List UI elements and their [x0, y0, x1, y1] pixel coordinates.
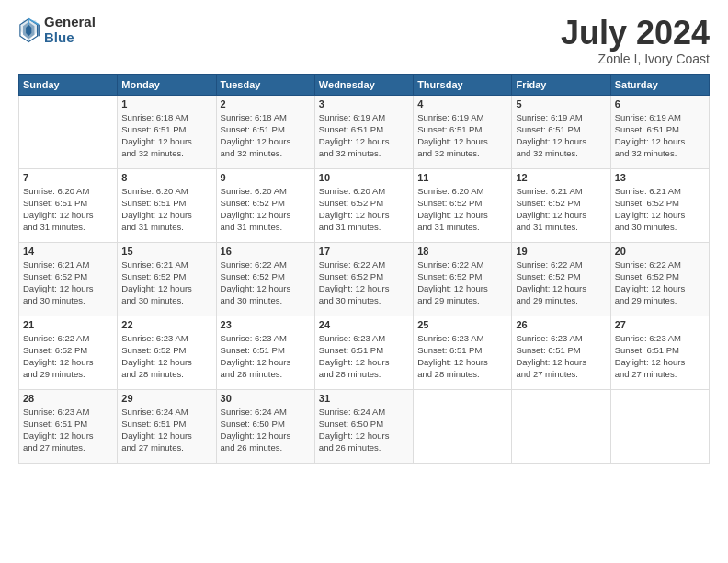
day-number: 26 [516, 319, 606, 330]
day-info: Sunrise: 6:19 AM Sunset: 6:51 PM Dayligh… [417, 111, 507, 160]
table-row: 2Sunrise: 6:18 AM Sunset: 6:51 PM Daylig… [216, 95, 314, 168]
day-number: 13 [615, 172, 705, 183]
table-row: 29Sunrise: 6:24 AM Sunset: 6:51 PM Dayli… [118, 389, 216, 463]
day-info: Sunrise: 6:23 AM Sunset: 6:51 PM Dayligh… [221, 332, 311, 381]
day-info: Sunrise: 6:22 AM Sunset: 6:52 PM Dayligh… [23, 332, 113, 381]
table-row: 10Sunrise: 6:20 AM Sunset: 6:52 PM Dayli… [314, 168, 413, 242]
table-row: 5Sunrise: 6:19 AM Sunset: 6:51 PM Daylig… [512, 95, 610, 168]
page: General Blue July 2024 Zonle I, Ivory Co… [0, 0, 728, 563]
table-row: 24Sunrise: 6:23 AM Sunset: 6:51 PM Dayli… [314, 316, 413, 389]
header: General Blue July 2024 Zonle I, Ivory Co… [18, 15, 710, 66]
day-info: Sunrise: 6:19 AM Sunset: 6:51 PM Dayligh… [615, 111, 705, 160]
logo-icon [18, 17, 40, 43]
day-info: Sunrise: 6:23 AM Sunset: 6:51 PM Dayligh… [417, 332, 507, 381]
day-info: Sunrise: 6:18 AM Sunset: 6:51 PM Dayligh… [121, 111, 211, 160]
day-number: 7 [23, 172, 113, 183]
table-row: 20Sunrise: 6:22 AM Sunset: 6:52 PM Dayli… [610, 242, 709, 316]
day-info: Sunrise: 6:23 AM Sunset: 6:52 PM Dayligh… [121, 332, 211, 381]
title-section: July 2024 Zonle I, Ivory Coast [561, 15, 710, 66]
location-title: Zonle I, Ivory Coast [561, 52, 710, 66]
table-row: 17Sunrise: 6:22 AM Sunset: 6:52 PM Dayli… [314, 242, 413, 316]
day-number: 10 [319, 172, 409, 183]
day-number: 2 [221, 98, 311, 109]
header-friday: Friday [512, 74, 610, 95]
day-info: Sunrise: 6:20 AM Sunset: 6:51 PM Dayligh… [121, 185, 211, 234]
table-row: 26Sunrise: 6:23 AM Sunset: 6:51 PM Dayli… [512, 316, 610, 389]
day-number: 30 [221, 393, 311, 404]
day-number: 15 [121, 246, 211, 257]
day-number: 16 [221, 246, 311, 257]
table-row: 16Sunrise: 6:22 AM Sunset: 6:52 PM Dayli… [216, 242, 314, 316]
day-number: 1 [121, 98, 211, 109]
table-row: 13Sunrise: 6:21 AM Sunset: 6:52 PM Dayli… [610, 168, 709, 242]
table-row [414, 389, 512, 463]
calendar-week-row: 21Sunrise: 6:22 AM Sunset: 6:52 PM Dayli… [19, 316, 710, 389]
day-info: Sunrise: 6:20 AM Sunset: 6:51 PM Dayligh… [23, 185, 113, 234]
table-row [19, 95, 118, 168]
day-number: 11 [417, 172, 507, 183]
day-info: Sunrise: 6:22 AM Sunset: 6:52 PM Dayligh… [221, 259, 311, 307]
calendar-week-row: 28Sunrise: 6:23 AM Sunset: 6:51 PM Dayli… [19, 389, 710, 463]
day-info: Sunrise: 6:22 AM Sunset: 6:52 PM Dayligh… [516, 259, 606, 307]
calendar-header-row: Sunday Monday Tuesday Wednesday Thursday… [19, 74, 710, 95]
day-info: Sunrise: 6:24 AM Sunset: 6:51 PM Dayligh… [121, 406, 211, 454]
table-row [512, 389, 610, 463]
day-number: 4 [417, 98, 507, 109]
day-info: Sunrise: 6:19 AM Sunset: 6:51 PM Dayligh… [516, 111, 606, 160]
logo-general-text: General [44, 15, 96, 30]
header-monday: Monday [118, 74, 216, 95]
day-info: Sunrise: 6:21 AM Sunset: 6:52 PM Dayligh… [121, 259, 211, 307]
day-number: 8 [121, 172, 211, 183]
day-number: 27 [615, 319, 705, 330]
header-tuesday: Tuesday [216, 74, 314, 95]
calendar-week-row: 1Sunrise: 6:18 AM Sunset: 6:51 PM Daylig… [19, 95, 710, 168]
table-row: 6Sunrise: 6:19 AM Sunset: 6:51 PM Daylig… [610, 95, 709, 168]
table-row [610, 389, 709, 463]
table-row: 4Sunrise: 6:19 AM Sunset: 6:51 PM Daylig… [414, 95, 512, 168]
table-row: 22Sunrise: 6:23 AM Sunset: 6:52 PM Dayli… [118, 316, 216, 389]
day-number: 12 [516, 172, 606, 183]
day-info: Sunrise: 6:23 AM Sunset: 6:51 PM Dayligh… [615, 332, 705, 381]
day-info: Sunrise: 6:23 AM Sunset: 6:51 PM Dayligh… [319, 332, 409, 381]
day-number: 6 [615, 98, 705, 109]
table-row: 9Sunrise: 6:20 AM Sunset: 6:52 PM Daylig… [216, 168, 314, 242]
day-number: 23 [221, 319, 311, 330]
day-info: Sunrise: 6:21 AM Sunset: 6:52 PM Dayligh… [516, 185, 606, 234]
table-row: 21Sunrise: 6:22 AM Sunset: 6:52 PM Dayli… [19, 316, 118, 389]
header-wednesday: Wednesday [314, 74, 413, 95]
day-info: Sunrise: 6:23 AM Sunset: 6:51 PM Dayligh… [516, 332, 606, 381]
day-number: 31 [319, 393, 409, 404]
logo-text: General Blue [44, 15, 96, 45]
calendar-table: Sunday Monday Tuesday Wednesday Thursday… [18, 74, 710, 464]
day-number: 14 [23, 246, 113, 257]
day-number: 9 [221, 172, 311, 183]
table-row: 31Sunrise: 6:24 AM Sunset: 6:50 PM Dayli… [314, 389, 413, 463]
day-info: Sunrise: 6:21 AM Sunset: 6:52 PM Dayligh… [615, 185, 705, 234]
day-number: 21 [23, 319, 113, 330]
day-info: Sunrise: 6:24 AM Sunset: 6:50 PM Dayligh… [319, 406, 409, 454]
day-info: Sunrise: 6:22 AM Sunset: 6:52 PM Dayligh… [319, 259, 409, 307]
table-row: 12Sunrise: 6:21 AM Sunset: 6:52 PM Dayli… [512, 168, 610, 242]
day-number: 24 [319, 319, 409, 330]
header-thursday: Thursday [414, 74, 512, 95]
day-number: 17 [319, 246, 409, 257]
logo: General Blue [18, 15, 96, 45]
table-row: 7Sunrise: 6:20 AM Sunset: 6:51 PM Daylig… [19, 168, 118, 242]
table-row: 1Sunrise: 6:18 AM Sunset: 6:51 PM Daylig… [118, 95, 216, 168]
day-info: Sunrise: 6:20 AM Sunset: 6:52 PM Dayligh… [319, 185, 409, 234]
table-row: 11Sunrise: 6:20 AM Sunset: 6:52 PM Dayli… [414, 168, 512, 242]
day-info: Sunrise: 6:21 AM Sunset: 6:52 PM Dayligh… [23, 259, 113, 307]
table-row: 8Sunrise: 6:20 AM Sunset: 6:51 PM Daylig… [118, 168, 216, 242]
day-number: 28 [23, 393, 113, 404]
day-number: 25 [417, 319, 507, 330]
day-number: 5 [516, 98, 606, 109]
table-row: 15Sunrise: 6:21 AM Sunset: 6:52 PM Dayli… [118, 242, 216, 316]
header-saturday: Saturday [610, 74, 709, 95]
day-info: Sunrise: 6:20 AM Sunset: 6:52 PM Dayligh… [221, 185, 311, 234]
day-info: Sunrise: 6:19 AM Sunset: 6:51 PM Dayligh… [319, 111, 409, 160]
table-row: 23Sunrise: 6:23 AM Sunset: 6:51 PM Dayli… [216, 316, 314, 389]
table-row: 18Sunrise: 6:22 AM Sunset: 6:52 PM Dayli… [414, 242, 512, 316]
table-row: 14Sunrise: 6:21 AM Sunset: 6:52 PM Dayli… [19, 242, 118, 316]
table-row: 28Sunrise: 6:23 AM Sunset: 6:51 PM Dayli… [19, 389, 118, 463]
table-row: 3Sunrise: 6:19 AM Sunset: 6:51 PM Daylig… [314, 95, 413, 168]
